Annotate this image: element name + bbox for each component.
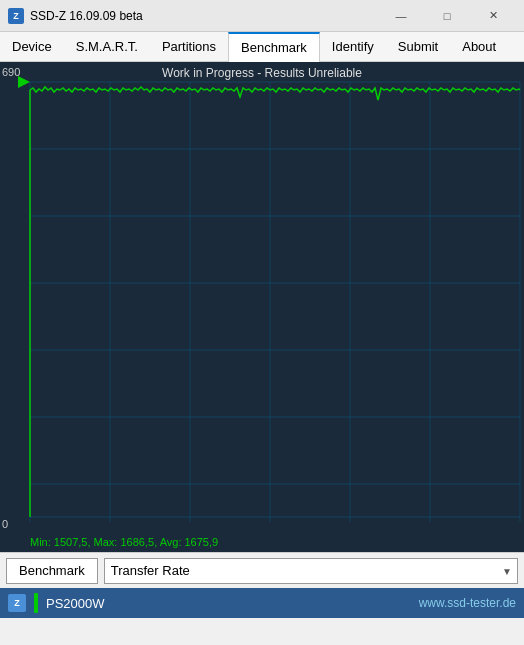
dropdown-container: Transfer Rate Access Time IOPS ▼ xyxy=(104,558,518,584)
drive-activity-icon xyxy=(34,593,38,613)
chart-svg xyxy=(0,62,524,552)
app-icon: Z xyxy=(8,8,24,24)
window-controls: — □ ✕ xyxy=(378,0,516,32)
menu-device[interactable]: Device xyxy=(0,32,64,62)
menu-submit[interactable]: Submit xyxy=(386,32,450,62)
transfer-type-dropdown[interactable]: Transfer Rate Access Time IOPS xyxy=(104,558,518,584)
menu-benchmark[interactable]: Benchmark xyxy=(228,32,320,62)
window-title: SSD-Z 16.09.09 beta xyxy=(30,9,378,23)
menu-identify[interactable]: Identify xyxy=(320,32,386,62)
menu-about[interactable]: About xyxy=(450,32,508,62)
benchmark-chart: Work in Progress - Results Unreliable 69… xyxy=(0,62,524,552)
svg-marker-15 xyxy=(18,76,30,88)
menu-smart[interactable]: S.M.A.R.T. xyxy=(64,32,150,62)
titlebar: Z SSD-Z 16.09.09 beta — □ ✕ xyxy=(0,0,524,32)
close-button[interactable]: ✕ xyxy=(470,0,516,32)
status-app-icon: Z xyxy=(8,594,26,612)
benchmark-button[interactable]: Benchmark xyxy=(6,558,98,584)
maximize-button[interactable]: □ xyxy=(424,0,470,32)
drive-name: PS2000W xyxy=(46,596,411,611)
bottom-bar: Benchmark Transfer Rate Access Time IOPS… xyxy=(0,552,524,588)
minimize-button[interactable]: — xyxy=(378,0,424,32)
statusbar: Z PS2000W www.ssd-tester.de xyxy=(0,588,524,618)
menu-partitions[interactable]: Partitions xyxy=(150,32,228,62)
website-label: www.ssd-tester.de xyxy=(419,596,516,610)
menubar: Device S.M.A.R.T. Partitions Benchmark I… xyxy=(0,32,524,62)
